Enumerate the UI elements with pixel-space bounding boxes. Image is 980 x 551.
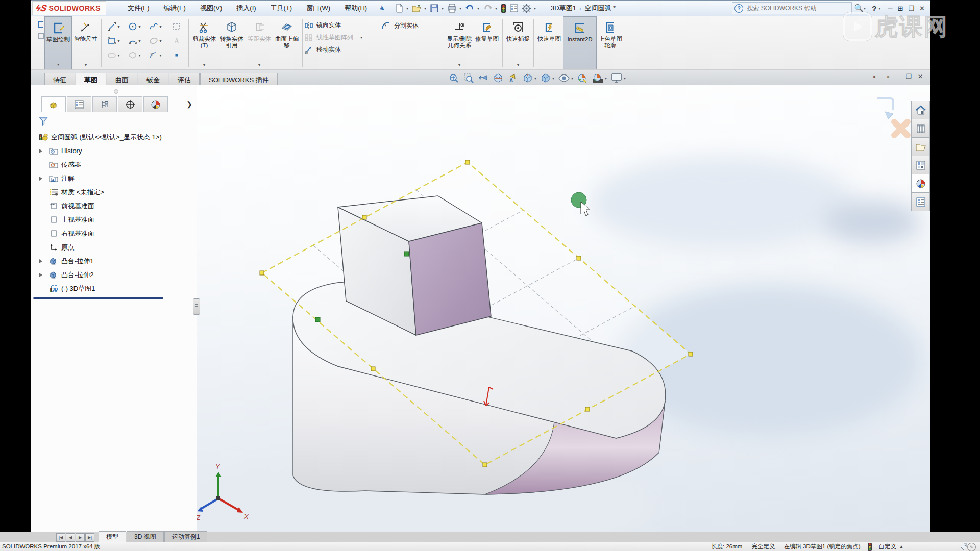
line-tool-button[interactable]: ▾ [103,19,124,34]
scroll-first-icon[interactable]: |◀ [56,533,65,542]
custom-toolbar-label[interactable]: 自定义 [879,543,897,550]
menu-window[interactable]: 窗口(W) [299,2,337,15]
custom-up-arrow-icon[interactable]: ▲ [899,544,903,549]
tree-item-top-plane[interactable]: 上视基准面 [31,213,197,227]
display-manager-tab[interactable] [143,96,168,112]
edit-appearance-button[interactable] [576,71,589,85]
split-entities-button[interactable]: 分割实体 [381,21,419,30]
view-settings-dropdown-icon[interactable]: ▾ [624,76,626,81]
help-button[interactable]: ? [872,4,876,13]
ellipse-tool-button[interactable]: ▾ [145,34,166,48]
apply-scene-dropdown-icon[interactable]: ▾ [605,76,607,81]
exit-sketch-icon[interactable] [877,98,893,110]
tree-item-right-plane[interactable]: 右视基准面 [31,227,197,240]
open-dropdown-icon[interactable]: ▾ [424,6,426,11]
save-button[interactable] [429,3,440,13]
property-manager-tab[interactable] [67,96,91,112]
zoom-to-fit-button[interactable] [447,71,460,85]
menu-view[interactable]: 视图(V) [193,2,229,15]
trim-dropdown-icon[interactable]: ▾ [203,62,205,68]
tab-evaluate[interactable]: 评估 [169,73,200,85]
rollback-bar[interactable] [33,297,163,299]
relations-dropdown-icon[interactable]: ▾ [458,62,460,68]
save-dropdown-icon[interactable]: ▾ [442,6,444,11]
menu-edit[interactable]: 编辑(E) [157,2,193,15]
model-tab[interactable]: 模型 [99,531,126,542]
tab-sketch[interactable]: 草图 [76,73,106,85]
search-icon[interactable]: 🔍 [854,4,864,13]
tree-item-history[interactable]: History [31,144,197,158]
new-document-button[interactable] [394,3,405,13]
previous-view-button[interactable] [477,71,490,85]
menu-tools[interactable]: 工具(T) [263,2,300,15]
tree-filter-row[interactable] [38,114,192,128]
new-dropdown-icon[interactable]: ▾ [406,6,408,11]
view-settings-button[interactable]: ▾ [609,71,627,85]
view-palette-button[interactable] [911,156,930,174]
minimize-button[interactable]: ─ [888,5,892,12]
quick-snaps-button[interactable]: 快速捕捉 ▾ [504,16,532,69]
fillet-tool-button[interactable]: ▾ [145,48,166,62]
dimxpert-manager-tab[interactable] [118,96,142,112]
expand-arrow-icon[interactable] [39,259,42,263]
linear-sketch-pattern-button[interactable]: 线性草图阵列 ▾ [304,33,381,42]
spline-dropdown-icon[interactable]: ▾ [159,24,161,29]
open-document-button[interactable] [411,3,423,13]
smart-dimension-button[interactable]: 智能尺寸 ▾ [72,16,100,69]
dock-button[interactable]: ⊞ [898,5,903,12]
search-input[interactable] [746,4,849,12]
tree-item-origin[interactable]: 原点 [31,240,197,254]
configuration-manager-tab[interactable] [92,96,117,112]
circle-tool-button[interactable]: ▾ [124,19,145,34]
panel-splitter-grip[interactable] [193,298,200,315]
line-dropdown-icon[interactable]: ▾ [117,24,119,29]
convert-entities-button[interactable]: 转换实体引用 [218,16,246,69]
menu-help[interactable]: 帮助(H) [337,2,374,15]
tree-item-boss-extrude2[interactable]: 凸台-拉伸2 [31,268,197,282]
appearances-button[interactable] [911,174,930,193]
rectangle-dropdown-icon[interactable]: ▾ [117,39,119,43]
view-orientation-button[interactable]: ▾ [521,71,537,85]
doc-dock-icon[interactable]: ⇤ [873,73,878,80]
tree-item-sensors[interactable]: 传感器 [31,158,197,171]
mirror-entities-button[interactable]: 镜向实体 [304,21,381,30]
smart-dimension-dropdown-icon[interactable]: ▾ [85,62,87,68]
tree-item-material[interactable]: 材质 <未指定> [31,185,197,199]
tree-item-annotations[interactable]: A 注解 [31,171,197,185]
scroll-next-icon[interactable]: ▶ [76,533,85,542]
undo-dropdown-icon[interactable]: ▾ [477,6,479,11]
tab-sheet-metal[interactable]: 钣金 [138,73,168,85]
sketch-text-tool-button[interactable]: A [166,34,187,48]
tab-surfaces[interactable]: 曲面 [107,73,137,85]
redo-dropdown-icon[interactable]: ▾ [495,6,497,11]
graphics-viewport[interactable]: Y X Z [197,85,930,533]
offset-dropdown-icon[interactable]: ▾ [258,62,260,68]
cancel-sketch-icon[interactable] [894,122,908,135]
home-tab-button[interactable] [911,101,930,119]
zoom-to-area-button[interactable] [462,71,475,85]
panel-collapse-dot[interactable] [114,89,118,94]
tab-addins[interactable]: SOLIDWORKS 插件 [200,73,278,85]
scroll-last-icon[interactable]: ▶| [85,533,94,542]
view-orientation-dropdown-icon[interactable]: ▾ [534,76,536,81]
tree-item-boss-extrude1[interactable]: 凸台-拉伸1 [31,254,197,268]
hide-show-items-button[interactable]: ▾ [557,71,574,85]
arc-tool-button[interactable]: ▾ [124,34,145,48]
redo-button[interactable] [482,3,494,13]
search-dropdown-icon[interactable]: ▾ [864,6,866,11]
rectangle-tool-button[interactable]: ▾ [103,34,124,48]
sketch-button[interactable]: 草图绘制 ▾ [44,16,72,69]
menu-file[interactable]: 文件(F) [120,2,157,15]
quick-snaps-dropdown-icon[interactable]: ▾ [517,62,519,68]
polygon-tool-button[interactable]: ▾ [124,48,145,62]
scroll-prev-icon[interactable]: ◀ [66,533,75,542]
tab-features[interactable]: 特征 [44,73,75,85]
offset-on-surface-button[interactable]: 曲面上偏移 [273,16,301,69]
file-explorer-button[interactable] [911,138,930,156]
doc-undock-icon[interactable]: ⇥ [885,73,890,80]
apply-scene-button[interactable]: ▾ [591,71,608,85]
tree-root-part[interactable]: 空间圆弧 (默认<<默认>_显示状态 1>) [31,130,197,144]
doc-close-icon[interactable]: ✕ [918,73,923,80]
point-tool-button[interactable] [166,48,187,62]
display-style-button[interactable]: ▾ [539,71,555,85]
